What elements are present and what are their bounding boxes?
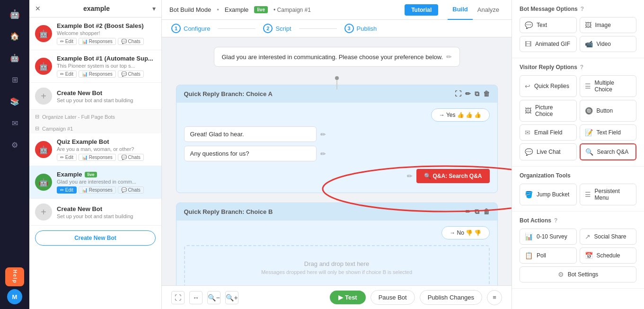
- chats-button[interactable]: 💬 Chats: [118, 71, 144, 78]
- section-label: ⊟ Campaign #1: [29, 122, 161, 133]
- option-text-field[interactable]: 📝 Text Field: [580, 124, 637, 141]
- edit-button[interactable]: ✏ Edit: [57, 186, 77, 194]
- home-icon[interactable]: 🏠: [5, 26, 24, 45]
- edit-icon[interactable]: ✏: [320, 150, 326, 158]
- responses-button[interactable]: 📊 Responses: [79, 186, 116, 194]
- step-configure[interactable]: 1 Configure: [171, 24, 210, 33]
- close-icon[interactable]: ✕: [35, 5, 41, 12]
- responses-button[interactable]: 📊 Responses: [79, 38, 116, 45]
- library-icon[interactable]: 📚: [5, 92, 24, 111]
- responses-button[interactable]: 📊 Responses: [79, 154, 116, 161]
- more-options-button[interactable]: ≡: [487, 290, 502, 305]
- list-item[interactable]: + Create New Bot Set up your bot and sta…: [29, 199, 161, 226]
- option-jump-bucket[interactable]: 🪣 Jump Bucket: [520, 184, 577, 205]
- expand-icon[interactable]: ⛶: [455, 90, 461, 98]
- zoom-in-icon[interactable]: 🔍+: [225, 291, 238, 304]
- qna-button[interactable]: 🔍 Q&A: Search Q&A: [416, 169, 489, 183]
- message-box: Any questions for us?: [184, 146, 317, 161]
- bot-actions: ✏ Edit 📊 Responses 💬 Chats: [57, 71, 156, 78]
- reply-button-a[interactable]: → Yes 👍 👍 👍: [431, 108, 490, 122]
- main-content: Bot Build Mode • Example live • Campaign…: [162, 0, 512, 309]
- help-icon[interactable]: ?: [580, 64, 583, 71]
- fit-screen-icon[interactable]: ⛶: [171, 291, 185, 304]
- bot-icon[interactable]: 🤖: [5, 48, 24, 67]
- edit-icon[interactable]: ✏: [465, 208, 471, 216]
- option-email-field[interactable]: ✉ Email Field: [520, 124, 577, 141]
- bot-settings-button[interactable]: ⚙ Bot Settings: [520, 266, 636, 283]
- drag-sub-text: Messages dropped here will only be shown…: [199, 269, 475, 275]
- chevron-down-icon[interactable]: ▾: [152, 5, 156, 12]
- delete-icon[interactable]: 🗑: [483, 208, 490, 216]
- list-item[interactable]: + Create New Bot Set up your bot and sta…: [29, 83, 161, 110]
- edit-icon[interactable]: ✏: [446, 53, 452, 61]
- list-item[interactable]: 🤖 Example Bot #1 (Automate Sup... This P…: [29, 50, 161, 83]
- reply-button-b[interactable]: → No 👎 👎: [441, 226, 489, 239]
- minus-icon[interactable]: ⊟: [35, 114, 39, 120]
- option-multiple-choice[interactable]: ☰ Multiple Choice: [580, 75, 637, 97]
- edit-button[interactable]: ✏ Edit: [57, 71, 77, 78]
- settings-icon[interactable]: ⚙: [5, 135, 24, 154]
- responses-button[interactable]: 📊 Responses: [79, 71, 116, 78]
- option-poll[interactable]: 📋 Poll: [520, 247, 577, 264]
- pause-bot-button[interactable]: Pause Bot: [371, 290, 415, 305]
- step-publish[interactable]: 3 Publish: [344, 24, 377, 33]
- option-animated-gif[interactable]: 🎞 Animated GIF: [520, 36, 577, 52]
- option-survey[interactable]: 📊 0-10 Survey: [520, 229, 577, 245]
- edit-icon[interactable]: ✏: [320, 131, 326, 138]
- option-picture-choice[interactable]: 🖼 Picture Choice: [520, 100, 577, 122]
- avatar: +: [35, 88, 52, 105]
- list-item[interactable]: 🤖 Example live Glad you are interested i…: [29, 166, 161, 199]
- delete-icon[interactable]: 🗑: [483, 90, 490, 98]
- copy-icon[interactable]: ⧉: [475, 90, 479, 98]
- option-live-chat[interactable]: 💬 Live Chat: [520, 143, 577, 160]
- zoom-fit-icon[interactable]: ↔: [189, 291, 203, 304]
- section-title: Visitor Reply Options ?: [520, 64, 636, 71]
- chats-button[interactable]: 💬 Chats: [118, 154, 144, 161]
- publish-changes-button[interactable]: Publish Changes: [420, 290, 482, 305]
- edit-icon[interactable]: ✏: [465, 90, 471, 98]
- gif-icon: 🎞: [525, 40, 531, 48]
- minus-icon[interactable]: ⊟: [35, 125, 39, 132]
- step-script[interactable]: 2 Script: [263, 24, 291, 33]
- bot-desc: Set up your bot and start building: [57, 213, 156, 219]
- chats-button[interactable]: 💬 Chats: [118, 186, 144, 194]
- campaign-title: Campaign #1: [42, 126, 73, 132]
- help-icon[interactable]: ?: [554, 217, 557, 224]
- option-persistent-menu[interactable]: ☰ Persistent Menu: [580, 184, 637, 205]
- option-search-qa[interactable]: 🔍 Search Q&A: [580, 143, 637, 160]
- zoom-out-icon[interactable]: 🔍−: [207, 291, 221, 304]
- mail-icon[interactable]: ✉: [5, 114, 24, 132]
- drag-drop-zone[interactable]: Drag and drop text here Messages dropped…: [184, 245, 490, 285]
- tutorial-button[interactable]: Tutorial: [405, 4, 438, 16]
- picture-choice-icon: 🖼: [525, 107, 531, 115]
- email-icon: ✉: [525, 129, 530, 136]
- create-new-bot-button[interactable]: Create New Bot: [35, 230, 156, 246]
- list-item[interactable]: 🤖 Example Bot #2 (Boost Sales) Welcome s…: [29, 18, 161, 50]
- edit-button[interactable]: ✏ Edit: [57, 38, 77, 45]
- bot-actions: ✏ Edit 📊 Responses 💬 Chats: [57, 186, 156, 194]
- option-image[interactable]: 🖼 Image: [580, 17, 637, 33]
- option-social-share[interactable]: ↗ Social Share: [580, 229, 637, 245]
- tab-analyze[interactable]: Analyze: [473, 6, 504, 13]
- help-icon[interactable]: ?: [581, 6, 584, 12]
- step-label: Configure: [184, 25, 210, 32]
- grid-icon[interactable]: ⊞: [5, 70, 24, 89]
- option-quick-replies[interactable]: ↩ Quick Replies: [520, 75, 577, 97]
- copy-icon[interactable]: ⧉: [475, 208, 479, 216]
- option-text[interactable]: 💬 Text: [520, 17, 577, 33]
- survey-icon: 📊: [525, 233, 533, 240]
- logo-icon[interactable]: 🤖: [5, 5, 24, 24]
- test-button[interactable]: ▶ Test: [330, 291, 365, 304]
- help-button[interactable]: Help: [5, 267, 24, 286]
- option-video[interactable]: 📹 Video: [580, 36, 637, 52]
- bot-list-panel: ✕ example ▾ 🤖 Example Bot #2 (Boost Sale…: [29, 0, 162, 309]
- bot-settings-icon: ⚙: [558, 271, 564, 278]
- list-item[interactable]: 🤖 Quiz Example Bot Are you a man, woman,…: [29, 133, 161, 166]
- option-button[interactable]: 🔘 Button: [580, 100, 637, 122]
- option-schedule[interactable]: 📅 Schedule: [580, 247, 637, 264]
- edit-icon[interactable]: ✏: [407, 172, 413, 180]
- edit-button[interactable]: ✏ Edit: [57, 154, 77, 161]
- user-avatar[interactable]: M: [7, 289, 22, 304]
- tab-build[interactable]: Build: [448, 0, 473, 20]
- chats-button[interactable]: 💬 Chats: [118, 38, 144, 45]
